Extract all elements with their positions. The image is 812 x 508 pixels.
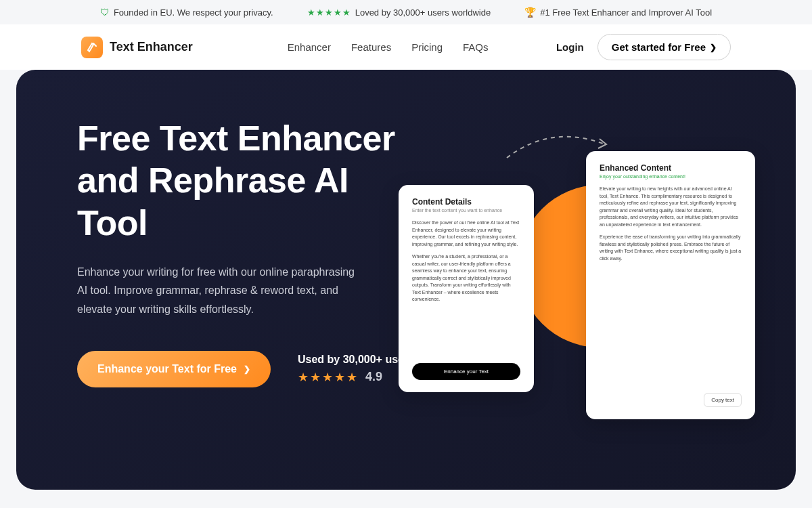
stars-icon: ★★★★★	[307, 7, 351, 18]
hero-title: Free Text Enhancer and Rephrase AI Tool	[77, 117, 415, 244]
rating-block: Used by 30,000+ users ★★★★★ 4.9	[298, 354, 414, 385]
nav-enhancer[interactable]: Enhancer	[288, 41, 331, 53]
header-actions: Login Get started for Free ❯	[556, 34, 731, 60]
brand-logo[interactable]: Text Enhancer	[81, 37, 193, 58]
rank-badge: 🏆 #1 Free Text Enhancer and Improver AI …	[524, 7, 712, 18]
dashed-arrow-icon	[503, 131, 612, 167]
card-paragraph: Discover the power of our free online AI…	[412, 219, 520, 248]
card-subtitle: Enjoy your outstanding enhance content!	[600, 174, 742, 179]
login-link[interactable]: Login	[556, 41, 584, 53]
nav-faqs[interactable]: FAQs	[463, 41, 489, 53]
chevron-right-icon: ❯	[244, 364, 250, 374]
rating-value: 4.9	[365, 370, 382, 384]
card-paragraph: Elevate your writing to new heights with…	[600, 186, 742, 228]
enhance-your-text-button[interactable]: Enhance your Text	[412, 363, 520, 380]
hero-section: Free Text Enhancer and Rephrase AI Tool …	[16, 70, 796, 490]
card-body: Elevate your writing to new heights with…	[600, 186, 742, 262]
trophy-icon: 🏆	[524, 7, 536, 18]
card-paragraph: Experience the ease of transforming your…	[600, 234, 742, 262]
usedby-text: Used by 30,000+ users	[298, 354, 414, 366]
enhanced-content-card: Enhanced Content Enjoy your outstanding …	[586, 151, 755, 419]
rank-text: #1 Free Text Enhancer and Improver AI To…	[540, 7, 712, 18]
hero-content: Free Text Enhancer and Rephrase AI Tool …	[77, 117, 415, 449]
enhance-text-button[interactable]: Enhance your Text for Free ❯	[77, 351, 271, 387]
chevron-right-icon: ❯	[710, 43, 717, 52]
nav-features[interactable]: Features	[351, 41, 391, 53]
hero-subtitle: Enhance your writing for free with our o…	[77, 263, 361, 318]
main-header: Text Enhancer Enhancer Features Pricing …	[0, 24, 812, 70]
get-started-button[interactable]: Get started for Free ❯	[597, 34, 731, 60]
rating-stars-icon: ★★★★★	[298, 370, 359, 385]
main-nav: Enhancer Features Pricing FAQs	[288, 41, 489, 53]
hero-cta-row: Enhance your Text for Free ❯ Used by 30,…	[77, 351, 415, 387]
card-title: Enhanced Content	[600, 163, 742, 173]
shield-icon: 🛡	[100, 7, 110, 18]
copy-text-button[interactable]: Copy text	[704, 393, 742, 407]
nav-pricing[interactable]: Pricing	[411, 41, 443, 53]
privacy-text: Founded in EU. We respect your privacy.	[114, 7, 273, 18]
hero-illustration: Content Details Enter the text content y…	[436, 117, 735, 449]
top-announcement-bar: 🛡 Founded in EU. We respect your privacy…	[0, 0, 812, 24]
enhance-text-label: Enhance your Text for Free	[97, 363, 237, 375]
brand-name: Text Enhancer	[110, 40, 193, 54]
loved-badge: ★★★★★ Loved by 30,000+ users worldwide	[307, 7, 491, 18]
card-title: Content Details	[412, 197, 520, 207]
privacy-badge: 🛡 Founded in EU. We respect your privacy…	[100, 7, 273, 18]
content-details-card: Content Details Enter the text content y…	[399, 185, 534, 392]
card-subtitle: Enter the text content you want to enhan…	[412, 208, 520, 213]
get-started-label: Get started for Free	[612, 41, 706, 53]
logo-icon	[81, 37, 103, 58]
loved-text: Loved by 30,000+ users worldwide	[355, 7, 491, 18]
